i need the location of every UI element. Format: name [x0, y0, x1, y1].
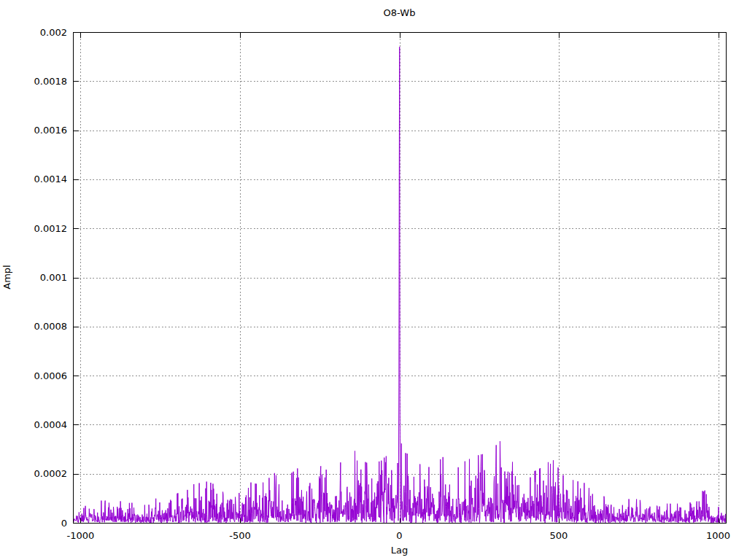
series-line [73, 47, 726, 523]
x-tick-label: 500 [550, 530, 568, 541]
x-tick-label: 0 [396, 530, 402, 541]
y-tick-label: 0.0006 [34, 370, 68, 381]
x-tick-label: -1000 [67, 530, 95, 541]
y-tick-label: 0.0016 [34, 125, 68, 136]
y-tick-label: 0.0018 [34, 76, 68, 87]
figure: 00.00020.00040.00060.00080.0010.00120.00… [0, 0, 747, 560]
y-tick-label: 0.002 [40, 27, 67, 38]
x-tick-label: 1000 [706, 530, 730, 541]
x-axis-label: Lag [73, 544, 726, 557]
plot-canvas: 00.00020.00040.00060.00080.0010.00120.00… [0, 0, 747, 560]
y-tick-label: 0 [61, 518, 67, 529]
y-tick-label: 0.0002 [34, 468, 68, 479]
y-axis-label: Ampl [1, 255, 14, 299]
y-tick-label: 0.0004 [34, 419, 68, 430]
chart-title: O8-Wb [73, 7, 726, 20]
y-tick-label: 0.0014 [34, 174, 68, 184]
y-tick-label: 0.001 [40, 272, 67, 283]
x-tick-label: -500 [229, 530, 251, 541]
y-tick-label: 0.0012 [34, 223, 68, 234]
y-tick-label: 0.0008 [34, 321, 68, 332]
